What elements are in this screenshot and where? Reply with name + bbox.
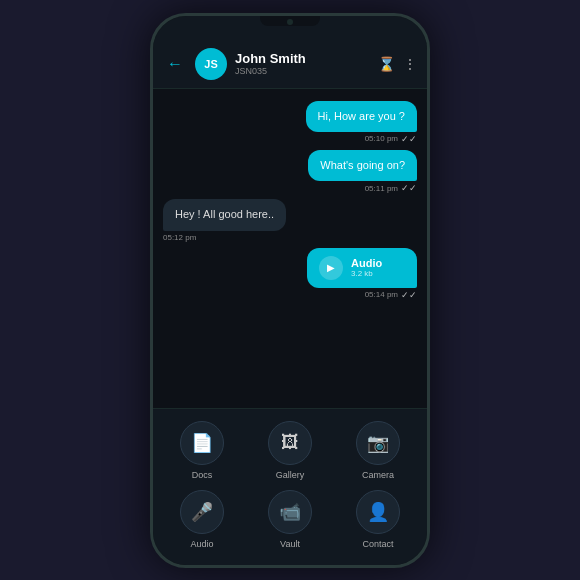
message-wrapper-4: ▶ Audio 3.2 kb 05:14 pm ✓✓ xyxy=(163,248,417,300)
message-wrapper-1: Hi, How are you ? 05:10 pm ✓✓ xyxy=(163,101,417,144)
tick-icon-4: ✓✓ xyxy=(401,290,417,300)
tick-icon-1: ✓✓ xyxy=(401,134,417,144)
chat-header: ← JS John Smith JSN035 ⌛ ⋮ xyxy=(153,16,427,89)
contact-icon: 👤 xyxy=(356,490,400,534)
audio-label: Audio xyxy=(351,257,382,269)
hourglass-icon[interactable]: ⌛ xyxy=(378,56,395,72)
back-button[interactable]: ← xyxy=(163,53,187,75)
message-bubble-sent-2: What's going on? xyxy=(308,150,417,181)
vault-label: Vault xyxy=(280,539,300,549)
camera-icon: 📷 xyxy=(356,421,400,465)
messages-area: Hi, How are you ? 05:10 pm ✓✓ What's goi… xyxy=(153,89,427,408)
docs-icon: 📄 xyxy=(180,421,224,465)
tick-icon-2: ✓✓ xyxy=(401,183,417,193)
message-time-4: 05:14 pm ✓✓ xyxy=(365,290,417,300)
media-item-gallery[interactable]: 🖼 Gallery xyxy=(251,421,329,480)
media-grid: 📄 Docs 🖼 Gallery 📷 Camera 🎤 Audio 📹 xyxy=(163,421,417,549)
message-time-3: 05:12 pm xyxy=(163,233,196,242)
gallery-label: Gallery xyxy=(276,470,305,480)
message-text-3: Hey ! All good here.. xyxy=(175,208,274,220)
message-bubble-sent-1: Hi, How are you ? xyxy=(306,101,417,132)
contact-name: John Smith xyxy=(235,51,370,67)
phone-notch xyxy=(260,16,320,26)
media-item-docs[interactable]: 📄 Docs xyxy=(163,421,241,480)
audio-size: 3.2 kb xyxy=(351,269,382,278)
header-icons: ⌛ ⋮ xyxy=(378,56,417,72)
message-time-1: 05:10 pm ✓✓ xyxy=(365,134,417,144)
play-button[interactable]: ▶ xyxy=(319,256,343,280)
media-item-camera[interactable]: 📷 Camera xyxy=(339,421,417,480)
media-item-vault[interactable]: 📹 Vault xyxy=(251,490,329,549)
contact-label: Contact xyxy=(362,539,393,549)
camera-dot xyxy=(287,19,293,25)
media-item-audio[interactable]: 🎤 Audio xyxy=(163,490,241,549)
phone-frame: ← JS John Smith JSN035 ⌛ ⋮ Hi, How are y… xyxy=(150,13,430,568)
audio-icon: 🎤 xyxy=(180,490,224,534)
vault-icon: 📹 xyxy=(268,490,312,534)
bottom-panel: 📄 Docs 🖼 Gallery 📷 Camera 🎤 Audio 📹 xyxy=(153,408,427,565)
camera-label: Camera xyxy=(362,470,394,480)
message-wrapper-3: Hey ! All good here.. 05:12 pm xyxy=(163,199,417,241)
gallery-icon: 🖼 xyxy=(268,421,312,465)
message-bubble-received-1: Hey ! All good here.. xyxy=(163,199,286,230)
avatar: JS xyxy=(195,48,227,80)
message-text-2: What's going on? xyxy=(320,159,405,171)
audio-label-btn: Audio xyxy=(190,539,213,549)
contact-info: John Smith JSN035 xyxy=(235,51,370,77)
audio-bubble: ▶ Audio 3.2 kb xyxy=(307,248,417,288)
screen: ← JS John Smith JSN035 ⌛ ⋮ Hi, How are y… xyxy=(153,16,427,565)
message-wrapper-2: What's going on? 05:11 pm ✓✓ xyxy=(163,150,417,193)
audio-info: Audio 3.2 kb xyxy=(351,257,382,278)
message-text-1: Hi, How are you ? xyxy=(318,110,405,122)
media-item-contact[interactable]: 👤 Contact xyxy=(339,490,417,549)
docs-label: Docs xyxy=(192,470,213,480)
contact-id: JSN035 xyxy=(235,66,370,76)
message-time-2: 05:11 pm ✓✓ xyxy=(365,183,417,193)
more-options-icon[interactable]: ⋮ xyxy=(403,56,417,72)
